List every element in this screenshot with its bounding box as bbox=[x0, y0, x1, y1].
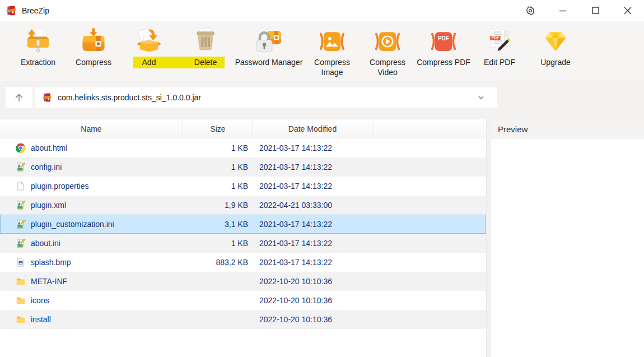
title-bar: BreeZip bbox=[0, 0, 644, 21]
file-row[interactable]: config.ini 1 KB 2021-03-17 14:13:22 bbox=[0, 157, 486, 177]
file-date: 2021-03-17 14:13:22 bbox=[254, 258, 373, 267]
toolbar-label-password-manager: Password Manager bbox=[230, 57, 308, 67]
file-name-cell: splash.bmp bbox=[1, 257, 184, 267]
svg-text:PDF: PDF bbox=[438, 35, 449, 41]
password-lock-icon bbox=[230, 25, 308, 57]
breezip-logo-icon bbox=[6, 5, 17, 16]
maximize-button[interactable] bbox=[579, 0, 612, 21]
folder-row[interactable]: icons 2022-10-20 10:10:36 bbox=[0, 291, 486, 310]
chevron-down-icon[interactable] bbox=[477, 93, 486, 102]
toolbar-label-delete: Delete bbox=[178, 57, 234, 67]
delete-basket-icon bbox=[178, 25, 234, 57]
toolbar-label-edit-pdf: Edit PDF bbox=[472, 57, 528, 67]
pane-divider[interactable] bbox=[486, 119, 491, 357]
file-row[interactable]: about.html 1 KB 2021-03-17 14:13:22 bbox=[0, 138, 486, 157]
column-header-filler bbox=[372, 119, 486, 138]
ini-file-icon bbox=[16, 219, 26, 229]
compress-pdf-icon: PDF bbox=[413, 25, 474, 57]
file-date: 2022-10-20 10:10:36 bbox=[254, 315, 373, 324]
file-date: 2021-03-17 14:13:22 bbox=[254, 220, 373, 229]
file-row-selected[interactable]: plugin_customization.ini 3,1 KB 2021-03-… bbox=[0, 215, 486, 234]
file-date: 2022-04-21 03:33:00 bbox=[254, 201, 373, 210]
svg-text:PDF: PDF bbox=[492, 36, 500, 40]
file-name: about.html bbox=[31, 143, 67, 152]
file-name-cell: plugin.properties bbox=[1, 181, 184, 191]
add-to-archive-icon bbox=[121, 25, 177, 57]
toolbar-label-compress-image: Compress Image bbox=[307, 57, 357, 77]
file-list-pane: Name Size Date Modified about.html 1 KB … bbox=[0, 119, 486, 357]
file-size: 1 KB bbox=[184, 182, 254, 191]
toolbar-upgrade-button[interactable]: Upgrade bbox=[528, 25, 584, 67]
file-size: 3,1 KB bbox=[184, 220, 254, 229]
file-name-cell: plugin_customization.ini bbox=[1, 219, 184, 229]
close-button[interactable] bbox=[612, 0, 644, 21]
file-name-cell: about.html bbox=[1, 143, 184, 153]
navigate-up-button[interactable] bbox=[6, 87, 32, 108]
title-left: BreeZip bbox=[0, 5, 49, 16]
toolbar-label-upgrade: Upgrade bbox=[528, 57, 584, 67]
column-header-size[interactable]: Size bbox=[183, 119, 253, 138]
preview-header: Preview bbox=[491, 119, 644, 139]
file-row[interactable]: plugin.properties 1 KB 2021-03-17 14:13:… bbox=[0, 177, 486, 196]
toolbar-label-add: Add bbox=[121, 57, 177, 67]
folder-row[interactable]: META-INF 2022-10-20 10:10:36 bbox=[0, 272, 486, 291]
file-name: plugin.xml bbox=[31, 201, 66, 210]
file-date: 2021-03-17 14:13:22 bbox=[254, 239, 373, 248]
toolbar-add-button[interactable]: Add bbox=[121, 25, 177, 67]
file-date: 2021-03-17 14:13:22 bbox=[254, 163, 373, 171]
preview-pane: Preview bbox=[491, 119, 644, 357]
toolbar-label-extraction: Extraction bbox=[10, 57, 66, 67]
file-row[interactable]: splash.bmp 883,2 KB 2021-03-17 14:13:22 bbox=[0, 253, 486, 272]
file-row[interactable]: about.ini 1 KB 2021-03-17 14:13:22 bbox=[0, 234, 486, 253]
folder-row[interactable]: install 2022-10-20 10:10:36 bbox=[0, 310, 486, 329]
toolbar-password-manager-button[interactable]: Password Manager bbox=[230, 25, 308, 67]
file-name: plugin.properties bbox=[31, 182, 89, 191]
toolbar-extraction-button[interactable]: Extraction bbox=[10, 25, 66, 67]
file-size: 1,9 KB bbox=[184, 201, 254, 210]
app-window: BreeZip bbox=[0, 0, 644, 357]
compress-video-icon bbox=[362, 25, 413, 57]
extraction-box-icon bbox=[10, 25, 66, 57]
toolbar-compress-button[interactable]: Compress bbox=[66, 25, 122, 67]
toolbar-compress-video-button[interactable]: Compress Video bbox=[362, 25, 413, 77]
address-bar: com.helinks.sts.product.sts_si_1.0.0.0.j… bbox=[0, 81, 644, 119]
content-area: Name Size Date Modified about.html 1 KB … bbox=[0, 119, 644, 357]
toolbar-edit-pdf-button[interactable]: PDF Edit PDF bbox=[472, 25, 528, 67]
column-header-date-modified[interactable]: Date Modified bbox=[253, 119, 372, 138]
html-chrome-icon bbox=[16, 143, 26, 153]
compress-chest-icon bbox=[66, 25, 122, 57]
file-name-cell: plugin.xml bbox=[1, 200, 184, 210]
compress-image-icon bbox=[307, 25, 357, 57]
file-name: about.ini bbox=[31, 239, 60, 248]
toolbar-compress-pdf-button[interactable]: PDF Compress PDF bbox=[413, 25, 474, 67]
toolbar-label-compress: Compress bbox=[66, 57, 122, 67]
window-controls bbox=[514, 0, 644, 21]
toolbar-compress-image-button[interactable]: Compress Image bbox=[307, 25, 357, 77]
folder-name: icons bbox=[31, 296, 49, 305]
folder-name: install bbox=[31, 315, 51, 324]
folder-icon bbox=[16, 295, 26, 305]
ini-file-icon bbox=[16, 162, 26, 172]
upgrade-gem-icon bbox=[528, 25, 584, 57]
folder-icon bbox=[16, 314, 26, 324]
file-name: plugin_customization.ini bbox=[31, 220, 114, 229]
file-name: splash.bmp bbox=[31, 258, 71, 267]
folder-name: META-INF bbox=[31, 277, 67, 286]
preview-body bbox=[491, 139, 644, 357]
file-date: 2021-03-17 14:13:22 bbox=[254, 182, 373, 191]
settings-gear-icon[interactable] bbox=[514, 0, 547, 21]
file-size: 1 KB bbox=[184, 239, 254, 248]
archive-path-combobox[interactable]: com.helinks.sts.product.sts_si_1.0.0.0.j… bbox=[35, 87, 497, 108]
file-name-cell: about.ini bbox=[1, 238, 184, 248]
column-header-name[interactable]: Name bbox=[0, 119, 183, 138]
file-date: 2022-10-20 10:10:36 bbox=[254, 277, 373, 286]
toolbar-label-compress-video: Compress Video bbox=[362, 57, 413, 77]
file-date: 2021-03-17 14:13:22 bbox=[254, 143, 373, 152]
file-row[interactable]: plugin.xml 1,9 KB 2022-04-21 03:33:00 bbox=[0, 196, 486, 215]
jar-archive-icon bbox=[42, 92, 52, 103]
folder-icon bbox=[16, 276, 26, 286]
file-name-cell: icons bbox=[1, 295, 184, 305]
app-title: BreeZip bbox=[22, 6, 49, 15]
minimize-button[interactable] bbox=[547, 0, 579, 21]
toolbar-delete-button[interactable]: Delete bbox=[178, 25, 234, 67]
